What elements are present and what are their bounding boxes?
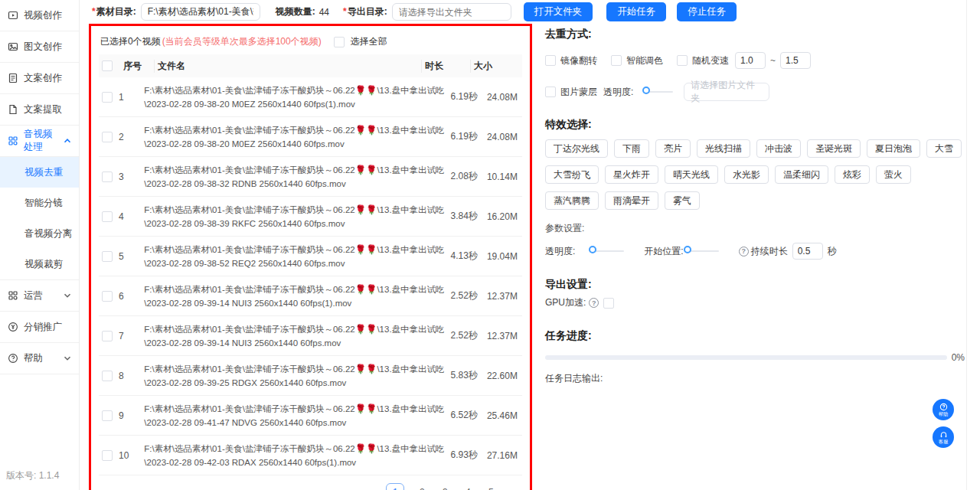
effect-button-1[interactable]: 丁达尔光线 [545,139,608,158]
effect-button-10[interactable]: 星火炸开 [605,165,658,184]
row-duration: 5.83秒 [448,369,484,382]
effect-button-16[interactable]: 蒸汽腾腾 [545,191,599,210]
row-checkbox[interactable] [102,450,113,461]
export-dir-input[interactable] [392,3,511,21]
gpu-checkbox[interactable] [603,298,614,309]
header-checkbox[interactable] [102,60,113,71]
row-checkbox[interactable] [102,92,113,103]
page-number-1[interactable]: 1 [386,483,404,490]
effect-button-11[interactable]: 晴天光线 [665,165,718,184]
sidebar-item-video-create[interactable]: 视频创作 [0,0,79,31]
select-all-label: 选择全部 [351,35,387,48]
mask-opacity-slider[interactable] [645,91,673,93]
path-line-1: F:\素材\选品素材\01-美食\盐津铺子冻干酸奶块～06.22🌹🌹\13.盘中… [144,442,444,456]
row-checkbox[interactable] [102,331,113,341]
select-all-checkbox[interactable] [334,37,345,47]
row-checkbox[interactable] [102,410,113,421]
selected-count-text: 已选择0个视频 [100,35,161,48]
sidebar-item-label: 文案创作 [24,72,62,85]
row-size: 24.08M [484,92,522,103]
sidebar-item-smart-storyboard[interactable]: 智能分镜 [0,188,79,218]
mirror-flip-checkbox[interactable] [545,55,556,66]
next-page-icon[interactable]: > [508,487,514,490]
row-index: 9 [116,410,141,421]
effects-group: 丁达尔光线下雨亮片光线扫描冲击波圣诞光斑夏日泡泡大雪大雪纷飞星火炸开晴天光线水光… [545,139,965,210]
random-speed-checkbox[interactable] [677,55,688,66]
slider-thumb[interactable] [589,246,596,253]
page-number-3[interactable]: 3 [439,487,450,490]
sidebar-item-av-process[interactable]: 音视频处理 [0,126,79,157]
page-number-2[interactable]: 2 [416,487,427,490]
path-line-2: \2023-02-28 09-39-25 RDGX 2560x1440 60fp… [144,376,444,390]
sidebar-item-label: 视频创作 [24,9,62,22]
effect-button-12[interactable]: 水光影 [724,165,769,184]
sidebar-item-image-text-create[interactable]: 图文创作 [0,31,79,63]
start-task-button[interactable]: 开始任务 [606,2,666,21]
row-checkbox[interactable] [102,251,113,262]
smart-color-checkbox[interactable] [611,55,622,66]
slider-thumb[interactable] [684,246,691,253]
sidebar-item-operation[interactable]: 运营 [0,280,79,312]
row-filename: F:\素材\选品素材\01-美食\盐津铺子冻干酸奶块～06.22🌹🌹\13.盘中… [141,283,447,310]
material-dir-input[interactable] [141,3,260,21]
prev-page-icon[interactable]: < [368,487,374,490]
mirror-flip-label: 镜像翻转 [560,54,597,67]
page-number-5[interactable]: 5 [485,487,496,490]
row-size: 22.60M [484,371,522,381]
float-help-button[interactable]: 帮助 [933,399,954,420]
video-count-value: 44 [319,7,329,18]
task-progress-title: 任务进度: [545,329,965,343]
row-checkbox[interactable] [102,172,113,182]
mask-opacity-label: 透明度: [603,86,633,99]
sidebar-item-video-crop[interactable]: 视频裁剪 [0,249,79,279]
effect-button-15[interactable]: 萤火 [876,165,911,184]
sidebar-item-av-separate[interactable]: 音视频分离 [0,218,79,249]
sidebar-item-copy-extract[interactable]: 文案提取 [0,94,79,126]
effect-button-2[interactable]: 下雨 [614,139,649,158]
effect-button-7[interactable]: 夏日泡泡 [867,139,920,158]
export-dir-label: *导出目录: [343,5,387,18]
sidebar-item-copy-create[interactable]: 文案创作 [0,63,79,94]
page-number-4[interactable]: 4 [462,487,473,490]
effect-button-4[interactable]: 光线扫描 [697,139,750,158]
effect-button-14[interactable]: 炫彩 [835,165,870,184]
effect-button-13[interactable]: 温柔细闪 [775,165,828,184]
speed-max-input[interactable] [780,52,811,69]
sidebar-item-distribution[interactable]: 分销推广 [0,312,79,343]
row-size: 19.04M [484,251,522,262]
duration-input[interactable] [792,243,823,260]
param-opacity-slider[interactable] [592,250,624,252]
effect-button-17[interactable]: 雨滴晕开 [605,191,658,210]
question-icon [8,353,18,364]
sidebar-item-video-dedup[interactable]: 视频去重 [0,157,79,188]
row-index: 6 [116,291,141,302]
sidebar-item-label: 图文创作 [24,41,62,54]
row-checkbox[interactable] [102,371,113,381]
mask-folder-input[interactable]: 请选择图片文件夹 [684,83,769,101]
image-mask-checkbox[interactable] [545,87,556,97]
open-folder-button[interactable]: 打开文件夹 [524,2,593,21]
selection-limit-text: (当前会员等级单次最多选择100个视频) [162,35,322,48]
effect-button-5[interactable]: 冲击波 [756,139,801,158]
scrollbar-track[interactable] [966,0,967,490]
row-filename: F:\素材\选品素材\01-美食\盐津铺子冻干酸奶块～06.22🌹🌹\13.盘中… [141,123,447,151]
required-asterisk: * [343,6,347,17]
param-start-slider[interactable] [687,250,719,252]
effect-button-9[interactable]: 大雪纷飞 [545,165,599,184]
row-checkbox[interactable] [102,132,113,142]
row-checkbox[interactable] [102,291,113,302]
effect-button-18[interactable]: 雾气 [665,191,700,210]
effect-button-6[interactable]: 圣诞光斑 [807,139,861,158]
slider-thumb[interactable] [642,87,650,94]
image-mask-row: 图片蒙层 透明度: 请选择图片文件夹 [545,83,965,101]
row-checkbox[interactable] [102,211,113,222]
effect-button-3[interactable]: 亮片 [655,139,691,158]
sidebar-item-help[interactable]: 帮助 [0,343,79,374]
speed-min-input[interactable] [735,52,766,69]
stop-task-button[interactable]: 停止任务 [677,2,737,21]
float-service-button[interactable]: 客服 [933,426,954,448]
effect-button-8[interactable]: 大雪 [926,139,962,158]
row-size: 12.37M [484,331,522,341]
row-duration: 2.52秒 [448,329,484,342]
options-panel: 去重方式: 镜像翻转 智能调色 随机变速 ~ 图片蒙层 透明度: 请选择图片文件… [545,28,965,385]
